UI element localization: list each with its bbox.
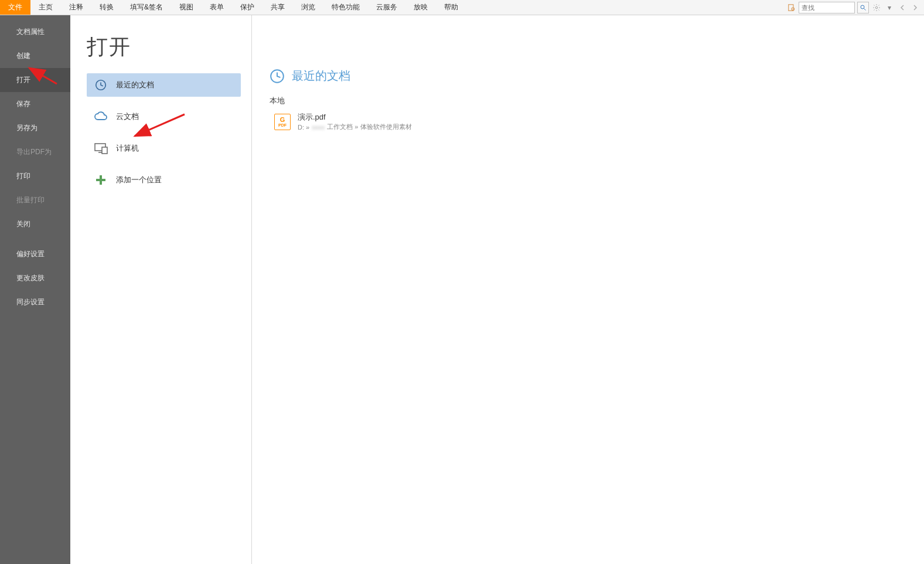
nav-next-icon[interactable] [910,1,920,14]
chevron-down-small-icon[interactable]: ▾ [884,1,895,14]
section-title: 最近的文档 [292,68,350,84]
menu-share[interactable]: 共享 [262,0,293,15]
computer-icon [93,142,109,154]
sidebar-item-print[interactable]: 打印 [0,164,70,188]
open-sources-column: 打开 最近的文档 云文档 计算机 添加一个位置 [70,15,252,564]
svg-point-2 [861,5,864,9]
menubar-right: ▾ [787,0,924,15]
doc-path: D: » xxxx 工作文档 » 体验软件使用素材 [298,123,412,131]
clock-icon [93,79,109,91]
sidebar-item-properties[interactable]: 文档属性 [0,20,70,44]
pdf-file-icon: GPDF [274,114,291,130]
doc-name: 演示.pdf [298,112,412,123]
settings-gear-icon[interactable] [871,1,882,14]
menubar: 文件 主页 注释 转换 填写&签名 视图 表单 保护 共享 浏览 特色功能 云服… [0,0,924,15]
page-title: 打开 [87,33,241,62]
menu-slideshow[interactable]: 放映 [405,0,436,15]
doc-text: 演示.pdf D: » xxxx 工作文档 » 体验软件使用素材 [298,112,412,131]
clock-icon [270,69,285,84]
sidebar-item-create[interactable]: 创建 [0,44,70,68]
sidebar-item-preferences[interactable]: 偏好设置 [0,242,70,266]
section-header: 最近的文档 [270,68,924,84]
source-cloud[interactable]: 云文档 [87,105,241,128]
main-content: 最近的文档 本地 GPDF 演示.pdf D: » xxxx 工作文档 » 体验… [252,15,924,564]
menu-form[interactable]: 表单 [202,0,232,15]
local-label: 本地 [270,96,924,106]
sidebar-item-exportpdf[interactable]: 导出PDF为 [0,140,70,164]
recent-doc-item[interactable]: GPDF 演示.pdf D: » xxxx 工作文档 » 体验软件使用素材 [270,110,417,134]
menu-annotate[interactable]: 注释 [61,0,91,15]
search-input[interactable] [799,2,855,13]
source-computer[interactable]: 计算机 [87,137,241,160]
menu-convert[interactable]: 转换 [91,0,122,15]
source-label: 最近的文档 [116,80,154,90]
sidebar-item-skin[interactable]: 更改皮肤 [0,266,70,290]
menu-home[interactable]: 主页 [30,0,61,15]
cloud-icon [93,111,109,122]
nav-prev-icon[interactable] [897,1,908,14]
sidebar-item-batchprint[interactable]: 批量打印 [0,188,70,212]
plus-icon [93,174,109,186]
source-recent[interactable]: 最近的文档 [87,73,241,97]
search-button[interactable] [857,2,869,13]
source-label: 添加一个位置 [116,175,162,185]
menu-help[interactable]: 帮助 [436,0,466,15]
svg-rect-7 [102,147,107,154]
file-sidebar: 文档属性 创建 打开 保存 另存为 导出PDF为 打印 批量打印 关闭 偏好设置… [0,15,70,564]
find-page-icon[interactable] [787,3,796,12]
sidebar-item-saveas[interactable]: 另存为 [0,116,70,140]
svg-line-3 [864,8,866,10]
source-label: 计算机 [116,143,139,154]
source-add-place[interactable]: 添加一个位置 [87,168,241,192]
sidebar-item-open[interactable]: 打开 [0,68,70,92]
menu-feature[interactable]: 特色功能 [323,0,368,15]
menu-protect[interactable]: 保护 [232,0,262,15]
menu-browse[interactable]: 浏览 [293,0,323,15]
sidebar-item-close[interactable]: 关闭 [0,212,70,236]
menu-fillsign[interactable]: 填写&签名 [122,0,171,15]
svg-point-4 [875,6,878,9]
source-label: 云文档 [116,111,139,122]
menu-view[interactable]: 视图 [171,0,202,15]
sidebar-item-save[interactable]: 保存 [0,92,70,116]
menu-cloud[interactable]: 云服务 [368,0,405,15]
menu-file[interactable]: 文件 [0,0,30,15]
sidebar-item-sync[interactable]: 同步设置 [0,290,70,314]
svg-point-1 [792,8,795,11]
